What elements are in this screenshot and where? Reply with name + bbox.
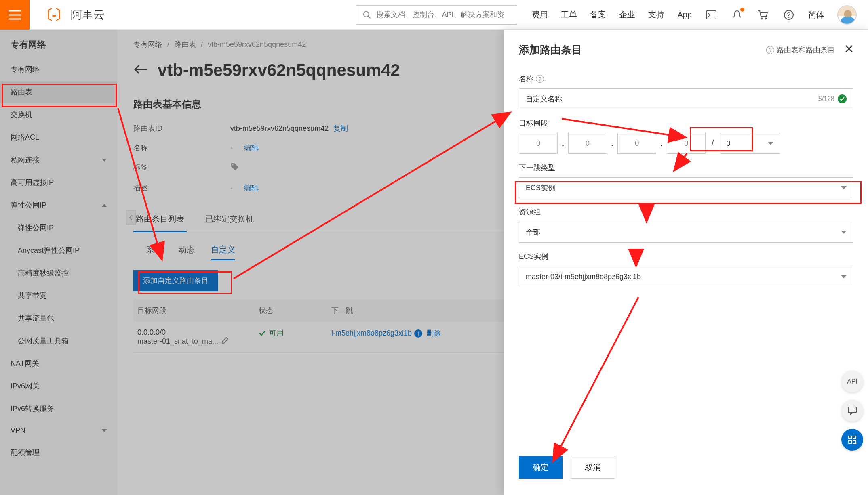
drawer-close-button[interactable] [845,44,853,55]
add-route-drawer: 添加路由条目 ?路由表和路由条目 名称? 自定义名称 5/128 目标网段 . … [504,30,868,495]
help-icon[interactable] [782,8,795,21]
search-input[interactable] [376,10,510,19]
drawer-help-link[interactable]: ?路由表和路由条目 [766,45,835,55]
ecs-instance-select[interactable]: master-03/i-m5ehjjxm8o8pz6g3xi1b [519,266,853,287]
char-counter: 5/128 [818,95,834,103]
hop-type-select[interactable]: ECS实例 [519,177,853,198]
nav-fee[interactable]: 费用 [532,9,548,20]
nav-app[interactable]: App [677,10,692,19]
cidr-octet-2[interactable] [568,133,607,154]
resource-group-select[interactable]: 全部 [519,222,853,243]
logo[interactable]: 〔-〕 阿里云 [40,6,105,24]
nav-icp[interactable]: 备案 [590,9,606,20]
confirm-button[interactable]: 确定 [519,456,563,479]
cidr-octet-3[interactable] [617,133,656,154]
svg-rect-5 [706,11,716,19]
nav-support[interactable]: 支持 [648,9,664,20]
avatar[interactable] [837,5,857,25]
chevron-down-icon [841,186,847,189]
label-cidr: 目标网段 [519,118,548,128]
svg-rect-17 [849,440,851,443]
question-icon[interactable]: ? [536,75,544,83]
label-route-name: 名称 [519,74,533,84]
question-icon: ? [766,46,774,54]
cart-icon[interactable] [756,8,769,21]
route-name-value: 自定义名称 [526,94,818,104]
svg-point-7 [765,18,767,19]
feedback-float-button[interactable] [841,400,863,422]
svg-rect-18 [853,440,856,443]
hamburger-menu-button[interactable] [0,0,30,30]
api-float-button[interactable]: API [841,371,863,392]
chevron-down-icon [841,231,847,234]
chevron-down-icon [841,275,847,278]
cidr-prefix-select[interactable]: 0 [720,133,780,154]
label-resource-group: 资源组 [519,207,541,217]
logo-icon: 〔-〕 [40,6,67,24]
nav-enterprise[interactable]: 企业 [619,9,635,20]
svg-point-3 [364,11,369,17]
nav-ticket[interactable]: 工单 [561,9,577,20]
ok-badge-icon [838,94,847,103]
svg-rect-14 [848,407,856,413]
svg-point-6 [761,18,763,19]
route-name-input[interactable]: 自定义名称 5/128 [519,88,853,109]
apps-float-button[interactable] [841,429,863,451]
language-switch[interactable]: 简体 [808,9,824,20]
cidr-octet-4[interactable] [667,133,706,154]
cancel-button[interactable]: 取消 [571,456,615,479]
svg-point-9 [789,17,789,17]
svg-rect-16 [853,436,856,439]
notifications-icon[interactable] [731,8,744,21]
logo-text: 阿里云 [71,7,105,23]
svg-rect-15 [849,436,851,439]
side-float-buttons: API [841,371,863,451]
chevron-down-icon [768,142,773,145]
cidr-octet-1[interactable] [519,133,558,154]
terminal-icon[interactable] [705,8,718,21]
global-search[interactable] [356,5,517,25]
svg-line-4 [368,16,371,18]
search-icon [362,10,371,19]
label-ecs-instance: ECS实例 [519,252,548,261]
drawer-title: 添加路由条目 [519,43,582,57]
label-hop-type: 下一跳类型 [519,163,555,172]
